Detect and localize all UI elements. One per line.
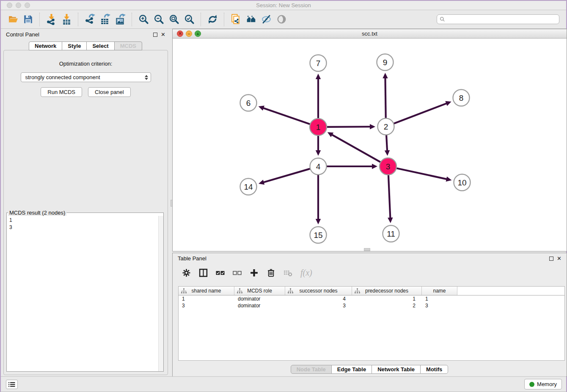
node-11[interactable]: 11: [383, 226, 399, 242]
column-header-shared-name[interactable]: shared name: [179, 287, 234, 295]
network-canvas[interactable]: 7968124314101511: [173, 39, 567, 251]
add-column-plus-icon[interactable]: [250, 268, 259, 277]
node-8[interactable]: 8: [453, 90, 470, 106]
table-row[interactable]: 1dominator411: [179, 295, 564, 302]
column-layout-icon[interactable]: [199, 268, 208, 277]
cell-MCDS-role[interactable]: dominator: [234, 296, 285, 302]
import-network-icon[interactable]: [44, 12, 59, 27]
edge-2-3[interactable]: [385, 134, 390, 156]
cell-successor-nodes[interactable]: 4: [285, 296, 352, 302]
node-2[interactable]: 2: [378, 119, 394, 135]
settings-gear-icon[interactable]: [182, 268, 191, 277]
task-history-icon[interactable]: [6, 380, 18, 389]
edge-1-4[interactable]: [316, 135, 321, 156]
node-10[interactable]: 10: [454, 174, 471, 191]
tab-select[interactable]: Select: [86, 41, 114, 50]
tab-style[interactable]: Style: [62, 41, 87, 50]
cell-predecessor-nodes[interactable]: 1: [352, 296, 422, 302]
deselect-all-checkboxes-icon[interactable]: [233, 268, 242, 277]
table-toolbar: f(x): [173, 264, 567, 282]
home-icon[interactable]: [243, 12, 259, 27]
tab-motifs[interactable]: Motifs: [420, 365, 448, 374]
node-7[interactable]: 7: [310, 55, 327, 72]
edge-3-10[interactable]: [395, 168, 451, 182]
refresh-icon[interactable]: [205, 12, 220, 27]
node-6[interactable]: 6: [240, 95, 257, 111]
node-14[interactable]: 14: [240, 179, 257, 195]
cell-successor-nodes[interactable]: 3: [285, 303, 352, 309]
close-panel-button[interactable]: Close panel: [88, 87, 131, 97]
select-all-checkboxes-icon[interactable]: [216, 268, 225, 277]
node-3[interactable]: 3: [380, 158, 396, 175]
control-panel-title: Control Panel: [6, 31, 39, 38]
edge-4-14[interactable]: [259, 168, 311, 185]
column-label: shared name: [191, 288, 221, 294]
column-header-successor-nodes[interactable]: successor nodes: [285, 287, 352, 295]
tab-mcds[interactable]: MCDS: [114, 41, 142, 50]
edge-3-11[interactable]: [388, 174, 393, 223]
column-header-predecessor-nodes[interactable]: predecessor nodes: [352, 287, 422, 295]
tab-network[interactable]: Network: [29, 41, 62, 50]
delete-table-icon[interactable]: [284, 268, 292, 277]
memory-button[interactable]: Memory: [524, 379, 562, 389]
edge-2-9[interactable]: [383, 73, 388, 119]
node-15[interactable]: 15: [310, 227, 327, 243]
export-table-icon[interactable]: [97, 12, 113, 27]
window-controls[interactable]: [7, 3, 30, 8]
column-header-MCDS-role[interactable]: MCDS role: [234, 287, 285, 295]
node-1[interactable]: 1: [310, 119, 327, 135]
import-table-icon[interactable]: [59, 12, 74, 27]
search-input[interactable]: [447, 17, 556, 22]
cell-name[interactable]: 1: [422, 296, 457, 302]
criterion-select[interactable]: strongly connected component: [21, 72, 151, 82]
close-table-panel-icon[interactable]: ✕: [557, 257, 561, 261]
edge-3-1[interactable]: [328, 132, 382, 163]
minimize-window-icon[interactable]: [16, 3, 21, 8]
edge-1-2[interactable]: [325, 124, 375, 129]
zoom-out-icon[interactable]: [151, 12, 166, 27]
cell-MCDS-role[interactable]: dominator: [234, 303, 285, 309]
cell-predecessor-nodes[interactable]: 2: [352, 303, 422, 309]
tab-node-table[interactable]: Node Table: [291, 365, 332, 374]
mcds-result-node: 1: [9, 217, 156, 224]
zoom-selected-icon[interactable]: [182, 12, 197, 27]
close-window-icon[interactable]: [7, 3, 12, 8]
cell-shared-name[interactable]: 1: [179, 296, 234, 302]
minimize-network-icon[interactable]: −: [186, 30, 192, 37]
edge-4-3[interactable]: [326, 164, 378, 169]
table-row[interactable]: 3dominator323: [179, 302, 564, 309]
horizontal-splitter-grip-icon[interactable]: [364, 248, 370, 251]
maximize-network-icon[interactable]: +: [195, 30, 201, 37]
cell-name[interactable]: 3: [422, 303, 457, 309]
attribute-type-icon: [355, 288, 360, 294]
cell-shared-name[interactable]: 3: [179, 303, 234, 309]
close-panel-icon[interactable]: ✕: [161, 33, 165, 37]
save-session-icon[interactable]: [20, 12, 36, 27]
show-panels-eye-icon[interactable]: [274, 12, 289, 27]
edge-2-8[interactable]: [393, 101, 451, 124]
node-9[interactable]: 9: [377, 54, 394, 71]
maximize-window-icon[interactable]: [25, 3, 30, 8]
tab-edge-table[interactable]: Edge Table: [331, 365, 372, 374]
zoom-in-icon[interactable]: [136, 12, 151, 27]
edge-1-7[interactable]: [316, 74, 321, 120]
run-mcds-button[interactable]: Run MCDS: [41, 87, 82, 97]
column-header-name[interactable]: name: [422, 287, 457, 295]
result-scrollbar[interactable]: [158, 216, 163, 371]
zoom-fit-icon[interactable]: [166, 12, 182, 27]
export-network-icon[interactable]: [82, 12, 97, 27]
search-field[interactable]: [437, 14, 559, 24]
open-session-icon[interactable]: [5, 12, 20, 27]
function-builder-icon[interactable]: f(x): [300, 268, 312, 278]
network-from-selection-icon[interactable]: [228, 12, 243, 27]
tab-network-table[interactable]: Network Table: [372, 365, 421, 374]
close-network-icon[interactable]: ✕: [177, 30, 183, 37]
edge-1-6[interactable]: [259, 106, 311, 125]
export-image-icon[interactable]: [113, 12, 128, 27]
node-4[interactable]: 4: [310, 158, 327, 175]
delete-column-trash-icon[interactable]: [267, 268, 275, 277]
edge-4-15[interactable]: [316, 174, 321, 225]
hide-panels-eye-slash-icon[interactable]: [259, 12, 274, 27]
float-panel-icon[interactable]: [153, 33, 157, 37]
float-table-panel-icon[interactable]: [549, 257, 553, 261]
